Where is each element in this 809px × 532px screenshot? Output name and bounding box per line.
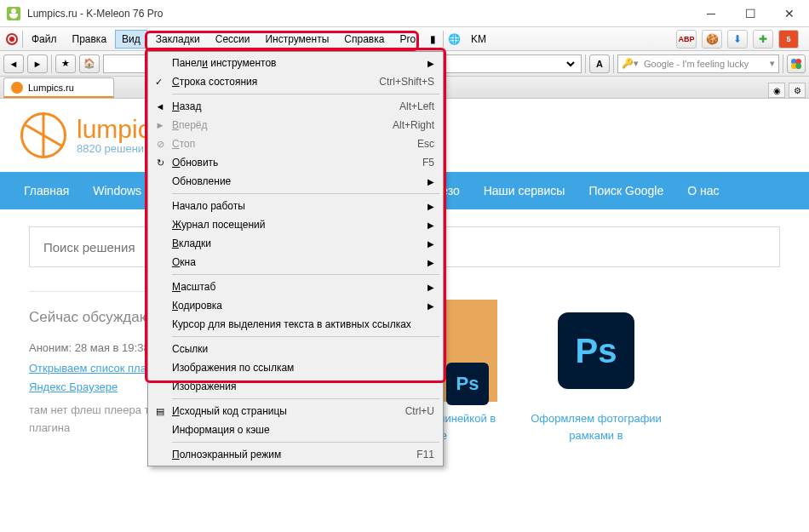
menu-item[interactable]: Информация о кэше <box>150 420 441 439</box>
nav-about[interactable]: О нас <box>684 172 722 209</box>
menu-item[interactable]: Вкладки▶ <box>150 234 441 253</box>
menu-item: ⊘СтопEsc <box>150 134 441 153</box>
menu-separator <box>172 193 439 194</box>
separator <box>613 54 614 73</box>
separator <box>783 54 783 73</box>
nav-home[interactable]: Главная <box>20 172 72 209</box>
window-controls: ─ ☐ ✕ <box>691 0 809 27</box>
ps-badge-icon: Ps <box>446 363 489 405</box>
bookmark-button[interactable]: ★ <box>55 54 76 73</box>
menu-item[interactable]: Обновление▶ <box>150 172 441 191</box>
tab-settings-icon[interactable]: ⚙ <box>789 83 806 98</box>
article-card[interactable]: Ps Оформляем фотографии рамками в <box>519 300 673 443</box>
minimize-button[interactable]: ─ <box>691 0 731 27</box>
menu-sessions[interactable]: Сессии <box>209 30 257 49</box>
menu-item[interactable]: ◄НазадAlt+Left <box>150 97 441 116</box>
menu-item[interactable]: Окна▶ <box>150 253 441 272</box>
abp-icon[interactable]: ABP <box>676 30 697 49</box>
menu-separator <box>172 442 439 443</box>
site-logo-icon <box>20 112 66 158</box>
menu-tools[interactable]: Инструменты <box>258 30 336 49</box>
menu-item[interactable]: Журнал посещений▶ <box>150 215 441 234</box>
nav-search[interactable]: Поиск Google <box>585 172 667 209</box>
menubar: Файл Правка Вид Закладки Сессии Инструме… <box>0 27 809 51</box>
menu-separator <box>172 94 439 94</box>
menu-separator <box>172 336 439 337</box>
menu-item[interactable]: Начало работы▶ <box>150 197 441 215</box>
nav-services[interactable]: Наши сервисы <box>480 172 569 209</box>
titlebar: Lumpics.ru - K-Meleon 76 Pro ─ ☐ ✕ <box>0 0 809 27</box>
favicon-icon <box>11 82 23 94</box>
maximize-button[interactable]: ☐ <box>731 0 770 27</box>
close-button[interactable]: ✕ <box>770 0 809 27</box>
menu-item[interactable]: Кодировка▶ <box>150 296 441 315</box>
separator <box>585 54 586 73</box>
menu-item[interactable]: Ссылки <box>150 340 441 358</box>
panel-icon[interactable]: ▮ <box>424 31 441 48</box>
svg-point-3 <box>795 63 801 69</box>
menu-pro[interactable]: Pro <box>393 30 422 49</box>
view-menu-dropdown: Панели инструментов▶✓Строка состоянияCtr… <box>147 51 444 466</box>
menu-km[interactable]: KM <box>464 30 493 49</box>
tab-active[interactable]: Lumpics.ru <box>3 77 114 98</box>
back-button[interactable]: ◄ <box>3 54 24 73</box>
html5-icon[interactable]: 5 <box>778 30 799 49</box>
cookie-icon[interactable]: 🍪 <box>702 30 722 49</box>
addon-icon[interactable]: ✚ <box>753 30 773 49</box>
menu-item[interactable]: ↻ОбновитьF5 <box>150 153 441 172</box>
menu-item[interactable]: ✓Строка состоянияCtrl+Shift+S <box>150 72 441 91</box>
menu-item: ►ВперёдAlt+Right <box>150 116 441 134</box>
download-icon[interactable]: ⬇ <box>727 30 748 49</box>
window-title: Lumpics.ru - K-Meleon 76 Pro <box>27 8 691 20</box>
thumbnail-ps: Ps <box>519 300 673 402</box>
search-placeholder: Google - I'm feeling lucky <box>644 59 749 69</box>
separator <box>443 31 444 48</box>
search-engine-icon[interactable]: 🔑▾ <box>622 56 639 72</box>
home-button[interactable]: 🏠 <box>79 54 100 73</box>
menu-item[interactable]: Масштаб▶ <box>150 277 441 296</box>
dropdown-icon[interactable]: ▾ <box>770 58 775 69</box>
menu-bookmarks[interactable]: Закладки <box>149 30 207 49</box>
search-box[interactable]: 🔑▾ Google - I'm feeling lucky ▾ <box>617 54 779 73</box>
menu-item[interactable]: Курсор для выделения текста в активных с… <box>150 315 441 334</box>
menu-item[interactable]: Изображения <box>150 377 441 396</box>
menu-separator <box>172 274 439 275</box>
menu-separator <box>172 398 439 399</box>
search-google-icon[interactable] <box>787 54 806 73</box>
ps-logo-icon: Ps <box>558 312 634 389</box>
menu-edit[interactable]: Правка <box>66 30 114 49</box>
tab-title: Lumpics.ru <box>28 83 74 93</box>
menu-help[interactable]: Справка <box>337 30 391 49</box>
record-icon[interactable] <box>3 31 20 48</box>
forward-button[interactable]: ► <box>27 54 48 73</box>
card-title[interactable]: Оформляем фотографии рамками в <box>519 410 673 443</box>
menu-file[interactable]: Файл <box>25 30 64 49</box>
font-button[interactable]: A <box>589 54 610 73</box>
menu-view[interactable]: Вид <box>115 30 147 49</box>
menu-item[interactable]: Полноэкранный режимF11 <box>150 445 441 464</box>
separator <box>22 31 23 48</box>
menu-item[interactable]: Изображения по ссылкам <box>150 358 441 377</box>
menu-item[interactable]: Панели инструментов▶ <box>150 54 441 72</box>
nav-windows[interactable]: Windows <box>89 172 145 209</box>
menu-item[interactable]: ▤Исходный код страницыCtrl+U <box>150 402 441 420</box>
tab-rec-icon[interactable]: ◉ <box>768 83 785 98</box>
app-icon <box>7 7 20 20</box>
separator <box>51 54 52 73</box>
globe-icon[interactable]: 🌐 <box>445 31 462 48</box>
